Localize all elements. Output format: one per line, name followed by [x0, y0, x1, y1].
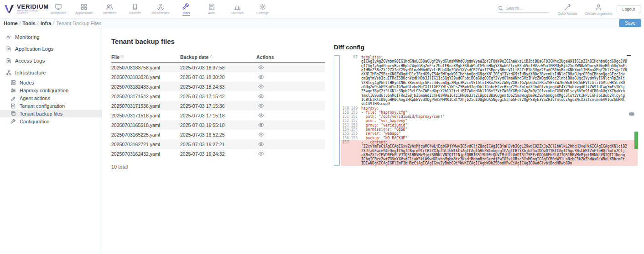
nav-item-devices[interactable]: Devices [122, 1, 148, 16]
nav-item-settings[interactable]: Settings [250, 1, 275, 16]
nav-item-statistics[interactable]: Statistics [224, 1, 250, 16]
view-backup-button[interactable] [256, 104, 264, 108]
nav-item-identities[interactable]: Identities [97, 1, 122, 16]
diff-new-line-number: 149 [350, 106, 358, 111]
sidebar-item-label: Nodes [20, 80, 34, 85]
sidebar-item-access-logs[interactable]: Access Logs [0, 55, 102, 67]
view-backup-button[interactable] [256, 113, 264, 117]
access-logs-icon [6, 58, 11, 64]
file-cell: 20250703171518.yaml [111, 111, 180, 120]
view-backup-button[interactable] [256, 152, 264, 156]
nav-item-label: Statistics [231, 11, 244, 15]
diff-line-removed: 157- content: [341, 140, 638, 144]
column-header-backup-date[interactable]: Backup date [180, 53, 256, 63]
diff-new-line-number [350, 81, 358, 85]
magic-wand-icon [564, 4, 571, 11]
sort-icon [121, 55, 124, 59]
table-row: 20250703165225.yaml2025-07-03 16:52:25 [111, 130, 325, 139]
nav-item-orchestrator[interactable]: Orchestrator [148, 1, 173, 16]
sidebar-item-tenant-configuration[interactable]: Tenant configuration [0, 102, 102, 110]
search-icon[interactable] [498, 5, 504, 11]
search-input[interactable] [506, 6, 546, 11]
diff-old-line-number: 150 [341, 111, 350, 115]
view-backup-button[interactable] [256, 142, 264, 146]
nav-item-label: Applications [75, 11, 93, 15]
view-backup-button[interactable] [256, 75, 264, 79]
eye-icon [258, 113, 264, 117]
view-backup-button[interactable] [256, 85, 264, 89]
sidebar-item-configuration[interactable]: Configuration [0, 117, 102, 125]
actions-cell [256, 139, 325, 149]
veridium-logo[interactable]: VERIDIUM TRUSTED DIGITAL IDENTITY [4, 4, 44, 14]
eye-icon [258, 85, 264, 89]
diff-line: ICBtb2RlID0gaHR0cAogIHRpbWVvdXQgPSAzMHMK… [341, 98, 638, 102]
diff-old-line-number [341, 64, 350, 68]
quick-actions-label: Quick Actions [558, 12, 577, 15]
file-cell: 20250703162721.yaml [111, 139, 180, 149]
file-cell: 20250703183028.yaml [111, 72, 180, 82]
diff-line-text: server: "webapp" [358, 132, 401, 136]
sidebar-item-infrastructure[interactable]: Infrastructure [0, 67, 102, 79]
diff-added-change-marker[interactable] [634, 132, 638, 149]
table-row: 20250703171518.yaml2025-07-03 17:15:18 [111, 111, 325, 120]
sidebar-item-agent-actions[interactable]: Agent actions [0, 94, 102, 102]
diff-old-line-number [341, 72, 350, 76]
view-backup-button[interactable] [256, 123, 264, 127]
actions-cell [256, 72, 325, 82]
audit-icon [208, 3, 215, 11]
sidebar-item-label: Monitoring [15, 34, 40, 40]
breadcrumb-separator: / [20, 21, 21, 26]
diff-new-line-number: 154 [350, 127, 358, 132]
collapse-diff-icon[interactable] [627, 55, 631, 56]
diff-old-line-number [341, 144, 350, 148]
infrastructure-icon [6, 70, 11, 75]
user-menu[interactable]: Cristian Ungureanu [586, 2, 611, 16]
nav-item-dashboard[interactable]: Dashboard [46, 1, 71, 16]
top-navigation-bar: VERIDIUM TRUSTED DIGITAL IDENTITY Dashbo… [0, 0, 644, 18]
sidebar-item-application-logs[interactable]: Application Logs [0, 43, 102, 55]
statistics-icon [234, 3, 241, 11]
breadcrumb-item-infra[interactable]: Infra [41, 21, 52, 26]
logout-button[interactable]: Logout [617, 5, 640, 13]
sidebar-item-nodes[interactable]: Nodes [0, 79, 102, 86]
actions-cell [256, 120, 325, 130]
view-backup-button[interactable] [256, 132, 264, 137]
diff-new-line-number [350, 64, 358, 68]
breadcrumb-item-tenant-backup-files: Tenant Backup Files [56, 21, 101, 26]
diff-old-line-number [341, 102, 350, 106]
user-name-label: Cristian Ungureanu [585, 12, 612, 15]
diff-old-line-number [341, 161, 350, 165]
sidebar-item-haproxy-configuration[interactable]: Haproxy configuration [0, 86, 102, 94]
view-backup-button[interactable] [256, 65, 264, 69]
eye-icon [258, 123, 264, 127]
eye-icon [258, 104, 264, 108]
sidebar-item-monitoring[interactable]: Monitoring [0, 31, 102, 43]
diff-line-text: IDIwNDgKICAgIGRlZmF1bHRzCiAgICAgIGxvZyBn… [358, 161, 572, 165]
diff-line-text: - file: "haproxy.cfg" [358, 111, 407, 115]
breadcrumb-item-home[interactable]: Home [4, 21, 18, 26]
file-cell: 20250703183758.yaml [111, 63, 180, 73]
nav-item-audit[interactable]: Audit [199, 1, 224, 16]
diff-line-removed: aXBoZXJzIEVDREhFLVJTQS1BRVMxMjgtR0NNLVNI… [341, 153, 638, 157]
save-button[interactable]: Save [619, 19, 641, 27]
quick-actions-button[interactable]: Quick Actions [555, 2, 580, 16]
table-row: 20250703171542.yaml2025-07-03 17:15:42 [111, 91, 325, 101]
sidebar-item-label: Configuration [20, 119, 49, 124]
view-backup-button[interactable] [256, 94, 264, 98]
sidebar-item-tenant-backup-files[interactable]: Tenant backup files [0, 110, 102, 117]
breadcrumb-item-tools[interactable]: Tools [22, 21, 36, 26]
nav-item-label: Tools [182, 11, 190, 16]
nav-item-applications[interactable]: Applications [71, 1, 97, 16]
nav-item-tools[interactable]: Tools [173, 1, 199, 16]
actions-cell [256, 82, 325, 91]
total-count: 10 total [111, 164, 325, 169]
diff-old-line-number [341, 89, 350, 93]
diff-line: gICAgIyAgZGVmbm90IG1hdGNoLCB0aGUgY2VydGl… [341, 59, 638, 64]
diff-line-text: - content: [358, 140, 388, 144]
backup-date-cell: 2025-07-03 16:55:18 [180, 120, 256, 130]
nav-item-label: Orchestrator [152, 11, 170, 15]
column-header-file[interactable]: File [111, 53, 180, 63]
diff-scrollbar-thumb[interactable] [629, 112, 634, 116]
diff-new-line-number [350, 76, 358, 80]
diff-old-line-number: 153 [341, 123, 350, 127]
